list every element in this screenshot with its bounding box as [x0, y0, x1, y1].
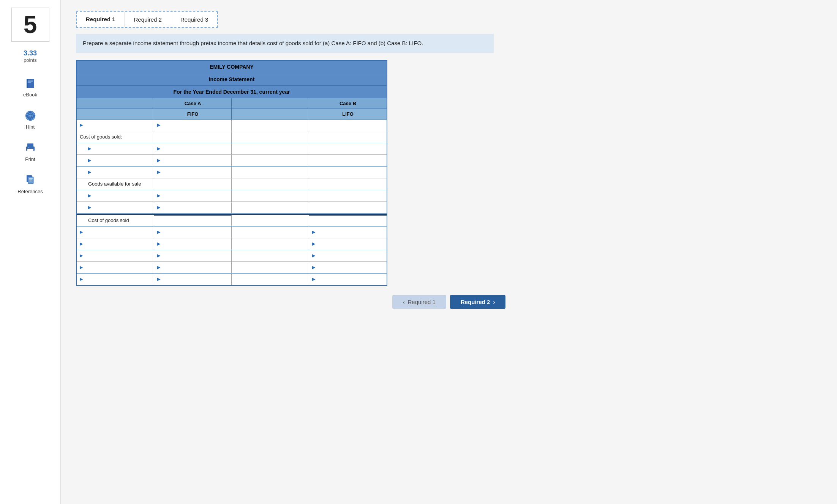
svg-rect-19	[29, 180, 32, 180]
print-button[interactable]: Print	[9, 137, 51, 166]
row3-b-input[interactable]	[312, 146, 384, 151]
statement-type: Income Statement	[209, 76, 255, 82]
instruction-text: Prepare a separate income statement thro…	[83, 40, 423, 46]
fifo-label: FIFO	[187, 111, 199, 117]
row9-a-cell	[154, 215, 232, 226]
row4-label-input[interactable]	[92, 158, 151, 163]
row6-a-input[interactable]	[157, 181, 228, 187]
row7-label-input[interactable]	[92, 193, 151, 198]
row12-a-input[interactable]	[161, 253, 228, 258]
row1-a-input[interactable]	[161, 122, 228, 128]
tabs-container: Required 1 Required 2 Required 3	[76, 11, 218, 28]
row13-a2-cell	[232, 262, 309, 273]
row5-arrow: ▶	[88, 170, 91, 175]
row4-a2-input[interactable]	[235, 158, 306, 163]
row8-a-input[interactable]	[161, 205, 228, 210]
row8-label-input[interactable]	[92, 205, 151, 210]
row11-a-input[interactable]	[161, 241, 228, 247]
row10-b-input[interactable]	[316, 229, 384, 235]
fifo-sub-col	[232, 109, 309, 119]
table-row: ▶ ▶	[77, 143, 387, 155]
row7-a-input[interactable]	[161, 193, 228, 198]
table-row: ▶ ▶ ▶	[77, 227, 387, 238]
row4-a-input[interactable]	[161, 158, 228, 163]
row10-a-input[interactable]	[161, 229, 228, 235]
row9-a2-input[interactable]	[235, 217, 306, 223]
tab-required-2[interactable]: Required 2	[125, 12, 171, 27]
table-row: ▶ ▶	[77, 202, 387, 214]
row13-a2-input[interactable]	[235, 265, 306, 270]
row1-a-input-cell: ▶	[154, 120, 232, 131]
row12-b-arrow: ▶	[312, 253, 315, 258]
tab-required-3[interactable]: Required 3	[171, 12, 217, 27]
row11-a2-input[interactable]	[235, 241, 306, 247]
references-button[interactable]: References	[9, 170, 51, 198]
row14-a2-input[interactable]	[235, 276, 306, 282]
row10-a2-input[interactable]	[235, 229, 306, 235]
period-header: For the Year Ended December 31, current …	[77, 86, 387, 98]
row9-a-input[interactable]	[157, 218, 228, 224]
svg-rect-18	[29, 178, 33, 179]
svg-point-7	[25, 114, 28, 117]
row9-b-input[interactable]	[312, 218, 384, 224]
svg-rect-20	[29, 181, 32, 181]
row10-label-input[interactable]	[84, 229, 151, 235]
row5-label-cell: ▶	[77, 167, 154, 178]
row13-b-input[interactable]	[316, 265, 384, 270]
references-label: References	[17, 189, 43, 194]
cogs-section-label: Cost of goods sold:	[80, 134, 122, 140]
row11-label-input[interactable]	[84, 241, 151, 247]
row3-label-input[interactable]	[92, 146, 151, 151]
row1-a2-input[interactable]	[235, 122, 306, 128]
row7-a-arrow: ▶	[157, 193, 160, 198]
row3-a-input[interactable]	[161, 146, 228, 151]
row11-b-cell: ▶	[309, 238, 387, 250]
row5-label-input[interactable]	[92, 169, 151, 175]
row6-a2-input[interactable]	[235, 181, 306, 187]
tab-required-1[interactable]: Required 1	[77, 12, 125, 27]
row11-b-input[interactable]	[316, 241, 384, 247]
row7-a2-cell	[232, 190, 309, 202]
row1-arrow: ▶	[80, 123, 83, 128]
row13-label-input[interactable]	[84, 265, 151, 270]
row8-b-input[interactable]	[312, 205, 384, 210]
row13-a-input[interactable]	[161, 265, 228, 270]
row14-label-input[interactable]	[84, 276, 151, 282]
row5-a2-input[interactable]	[235, 169, 306, 175]
row6-b-input[interactable]	[312, 181, 384, 187]
row5-a-input[interactable]	[161, 169, 228, 175]
row12-a2-input[interactable]	[235, 253, 306, 258]
row3-label-cell: ▶	[77, 143, 154, 154]
col-a-title: Case A	[185, 101, 201, 106]
row13-arrow: ▶	[80, 265, 83, 270]
table-row: Cost of goods sold	[77, 214, 387, 227]
row11-arrow: ▶	[80, 241, 83, 246]
row12-a-arrow: ▶	[157, 253, 160, 258]
row8-a2-input[interactable]	[235, 205, 306, 210]
problem-number: 5	[11, 8, 49, 42]
row4-b-input[interactable]	[312, 158, 384, 163]
row5-b-input[interactable]	[312, 169, 384, 175]
fifo-header: FIFO	[154, 109, 232, 119]
row1-label-input[interactable]	[84, 122, 151, 128]
print-icon	[24, 141, 37, 155]
prev-button[interactable]: ‹ Required 1	[392, 295, 446, 309]
row12-b-input[interactable]	[316, 253, 384, 258]
row1-b-cell	[309, 120, 387, 131]
row14-b-input[interactable]	[316, 276, 384, 282]
row7-b-input[interactable]	[312, 193, 384, 198]
row14-a-input[interactable]	[161, 276, 228, 282]
hint-button[interactable]: Hint	[9, 105, 51, 134]
row13-b-cell: ▶	[309, 262, 387, 273]
row11-a-arrow: ▶	[157, 241, 160, 246]
next-button[interactable]: Required 2 ›	[450, 295, 506, 309]
navigation-bar: ‹ Required 1 Required 2 ›	[76, 295, 822, 309]
row1-b-input[interactable]	[312, 122, 384, 128]
ebook-button[interactable]: eBook	[9, 73, 51, 101]
row4-b-cell	[309, 155, 387, 166]
svg-rect-4	[27, 79, 28, 88]
row12-label-input[interactable]	[84, 253, 151, 258]
row3-a2-input[interactable]	[235, 146, 306, 151]
row7-a2-input[interactable]	[235, 193, 306, 198]
case-a-header: Case A	[154, 98, 232, 109]
